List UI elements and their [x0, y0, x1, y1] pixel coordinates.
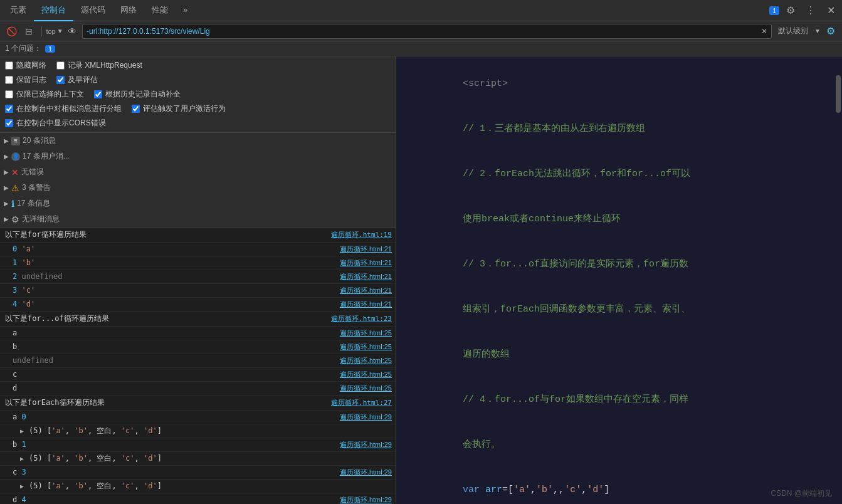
arr-c: 'c'	[564, 485, 581, 495]
sidebar-item-user-messages[interactable]: ▶ 👤 17 条用户消...	[0, 149, 396, 164]
for-entry-1-link[interactable]: 遍历循环.html:21	[340, 258, 392, 268]
sidebar-item-errors[interactable]: ▶ ✕ 无错误	[0, 164, 396, 180]
forof-entry-d: d 遍历循环.html:25	[0, 382, 396, 396]
filter-icon[interactable]: ⊟	[21, 24, 36, 39]
foreach-c-3-link[interactable]: 遍历循环.html:29	[340, 468, 392, 477]
forof-entry-b-link[interactable]: 遍历循环.html:25	[340, 342, 392, 352]
filter-url-bar[interactable]: -url:http://127.0.0.1:5173/src/view/Lig …	[82, 24, 772, 39]
close-devtools-icon[interactable]: ✕	[822, 2, 839, 19]
forof-entry-a-text: a	[13, 328, 335, 337]
checkbox-preserve-log[interactable]: 保留日志	[5, 75, 46, 85]
checkbox-early-eval[interactable]: 及早评估	[56, 75, 98, 85]
checkbox-selected-context[interactable]: 仅限已选择的上下文	[5, 89, 84, 100]
console-settings-gear-icon[interactable]: ⚙	[823, 24, 838, 39]
more-options-icon[interactable]: ⋮	[802, 2, 819, 19]
foreach-a-0-link[interactable]: 遍历循环.html:29	[340, 412, 392, 422]
comment-2-text: // 2．forEach无法跳出循环，for和for...of可以	[463, 169, 690, 179]
for-loop-header-link[interactable]: 遍历循环.html:19	[331, 230, 392, 239]
code-arr-decl: var arr=['a','b',,'c','d']	[406, 468, 832, 504]
foreach-entry-c-3: c 3 遍历循环.html:29	[0, 466, 396, 480]
foreach-a-expand[interactable]: ▶ (5) ['a', 'b', 空白, 'c', 'd']	[0, 424, 396, 438]
foreach-header-link[interactable]: 遍历循环.html:27	[331, 398, 392, 407]
group-similar-input[interactable]	[5, 105, 13, 113]
foreach-b-1-link[interactable]: 遍历循环.html:29	[340, 440, 392, 449]
tab-more[interactable]: »	[176, 0, 195, 21]
forof-entry-c-link[interactable]: 遍历循环.html:25	[340, 370, 392, 379]
foreach-b-expand[interactable]: ▶ (5) ['a', 'b', 空白, 'c', 'd']	[0, 452, 396, 466]
autocomplete-input[interactable]	[94, 90, 102, 98]
for-entry-4-text: 4 'd'	[13, 300, 335, 308]
expand-arrow-all: ▶	[4, 137, 9, 144]
default-level-button[interactable]: 默认级别	[774, 24, 812, 38]
devtools-tab-actions: 1 ⚙ ⋮ ✕	[767, 2, 839, 19]
for-entry-4: 4 'd' 遍历循环.html:21	[0, 298, 396, 312]
checkbox-user-activation[interactable]: 评估触发了用户激活行为	[132, 103, 226, 114]
preserve-log-input[interactable]	[5, 76, 13, 84]
tab-sources[interactable]: 源代码	[73, 0, 113, 21]
user-messages-icon: 👤	[11, 152, 20, 161]
forof-entry-undef-link[interactable]: 遍历循环.html:25	[340, 356, 392, 365]
foreach-c-array: (5) ['a', 'b', 空白, 'c', 'd']	[29, 481, 162, 491]
code-comment-2b: 使用break或者continue来终止循环	[406, 197, 832, 242]
code-scrollbar[interactable]	[834, 56, 842, 504]
selected-context-input[interactable]	[5, 90, 13, 98]
sidebar-item-info[interactable]: ▶ ℹ 17 条信息	[0, 196, 396, 211]
expand-arrow-a[interactable]: ▶	[20, 428, 24, 434]
code-comment-2: // 2．forEach无法跳出循环，for和for...of可以	[406, 152, 832, 197]
eye-icon[interactable]: 👁	[65, 24, 80, 39]
arr-bracket-open: =[	[502, 485, 513, 495]
forof-entry-c-text: c	[13, 370, 335, 379]
tab-console[interactable]: 控制台	[34, 0, 73, 21]
arr-var: arr	[485, 485, 502, 495]
expand-arrow-b[interactable]: ▶	[20, 455, 24, 462]
clear-console-icon[interactable]: 🚫	[4, 24, 19, 39]
code-scrollbar-thumb[interactable]	[836, 75, 841, 113]
foreach-c-3-text: c 3	[13, 468, 335, 476]
tab-performance[interactable]: 性能	[144, 0, 176, 21]
comma3: ,	[581, 485, 587, 495]
code-comment-1: // 1．三者都是基本的由从左到右遍历数组	[406, 107, 832, 152]
tab-network[interactable]: 网络	[113, 0, 144, 21]
for-entry-0-link[interactable]: 遍历循环.html:21	[340, 244, 392, 254]
url-bar-text: -url:http://127.0.0.1:5173/src/view/Lig	[87, 27, 210, 36]
sidebar-item-warnings[interactable]: ▶ ⚠ 3 条警告	[0, 180, 396, 196]
comment-2b-text: 使用break或者continue来终止循环	[463, 214, 621, 224]
forof-entry-d-link[interactable]: 遍历循环.html:25	[340, 384, 392, 393]
for-entry-3-index: 3	[13, 286, 17, 295]
user-activation-input[interactable]	[132, 105, 140, 113]
record-xhr-input[interactable]	[56, 61, 65, 70]
console-badge: 1	[769, 6, 779, 15]
code-comment-3c: 遍历的数组	[406, 332, 832, 377]
filter-row-5: 在控制台中显示CORS错误	[5, 118, 391, 129]
for-entry-3-link[interactable]: 遍历循环.html:21	[340, 286, 392, 295]
sidebar-item-all-messages[interactable]: ▶ ≡ 20 条消息	[0, 133, 396, 149]
checkbox-cors-errors[interactable]: 在控制台中显示CORS错误	[5, 118, 106, 129]
url-bar-clear-icon[interactable]: ✕	[761, 27, 767, 36]
early-eval-input[interactable]	[56, 76, 65, 84]
cors-errors-input[interactable]	[5, 119, 13, 127]
for-entry-2-link[interactable]: 遍历循环.html:21	[340, 272, 392, 281]
filter-row-4: 在控制台中对相似消息进行分组 评估触发了用户激活行为	[5, 103, 391, 114]
settings-icon[interactable]: ⚙	[782, 2, 799, 19]
cors-errors-label: 在控制台中显示CORS错误	[16, 118, 106, 129]
foreach-d-4-link[interactable]: 遍历循环.html:29	[340, 495, 392, 504]
forof-header-link[interactable]: 遍历循环.html:23	[331, 314, 392, 323]
for-entry-3-value: 'c'	[21, 286, 35, 295]
expand-arrow-c[interactable]: ▶	[20, 483, 24, 490]
for-loop-section-header: 以下是for循环遍历结果 遍历循环.html:19	[0, 228, 396, 243]
foreach-c-expand[interactable]: ▶ (5) ['a', 'b', 空白, 'c', 'd']	[0, 480, 396, 493]
checkbox-hide-network[interactable]: 隐藏网络	[5, 60, 46, 71]
foreach-header-text: 以下是forEach循环遍历结果	[5, 397, 105, 408]
foreach-d-idx: 4	[21, 495, 26, 504]
sidebar-item-verbose[interactable]: ▶ ⚙ 无详细消息	[0, 211, 396, 227]
top-context-icon[interactable]: top ▼	[47, 24, 62, 39]
checkbox-record-xhr[interactable]: 记录 XMLHttpRequest	[56, 60, 142, 71]
message-filter-sidebar: ▶ ≡ 20 条消息 ▶ 👤 17 条用户消... ▶ ✕ 无错误 ▶ ⚠	[0, 133, 396, 228]
checkbox-group-similar[interactable]: 在控制台中对相似消息进行分组	[5, 103, 122, 114]
checkbox-autocomplete[interactable]: 根据历史记录自动补全	[94, 89, 181, 100]
hide-network-input[interactable]	[5, 61, 13, 70]
for-entry-1-value: 'b'	[21, 258, 35, 267]
for-entry-4-link[interactable]: 遍历循环.html:21	[340, 300, 392, 309]
forof-entry-a-link[interactable]: 遍历循环.html:25	[340, 328, 392, 338]
tab-elements[interactable]: 元素	[3, 0, 34, 21]
